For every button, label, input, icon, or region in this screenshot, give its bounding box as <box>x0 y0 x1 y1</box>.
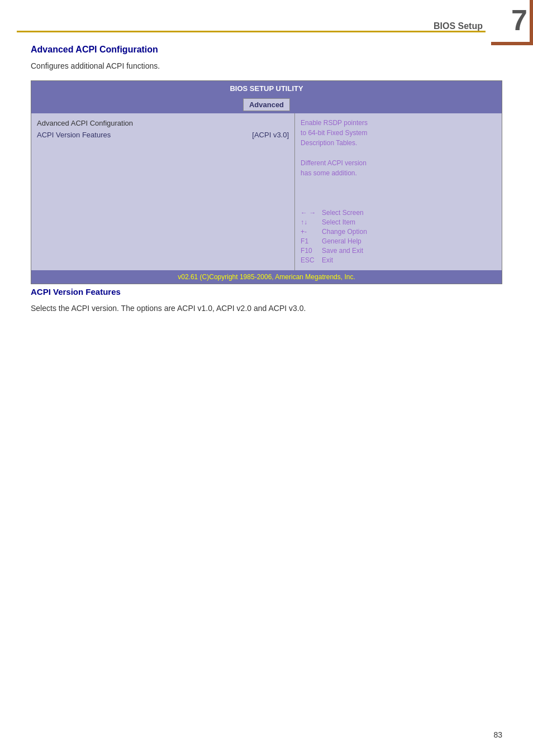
bios-content-row: Advanced ACPI Configuration ACPI Version… <box>31 113 502 270</box>
key-desc-change: Change Option <box>322 228 367 236</box>
bios-setup-label: BIOS Setup <box>434 21 483 31</box>
chapter-number: 7 <box>511 6 527 35</box>
bios-utility-table: BIOS SETUP UTILITY Advanced Advanced ACP… <box>31 80 502 284</box>
key-desc-help: General Help <box>322 237 361 245</box>
key-row-f10: F10 Save and Exit <box>301 247 496 255</box>
bios-table-title: BIOS SETUP UTILITY <box>31 81 502 97</box>
bios-item-1-label: Advanced ACPI Configuration <box>36 117 290 130</box>
bios-item-2-label: ACPI Version Features <box>37 131 111 139</box>
key-row-esc: ESC Exit <box>301 256 496 264</box>
bios-footer-text: v02.61 (C)Copyright 1985-2006, American … <box>31 270 502 284</box>
key-row-ud: ↑↓ Select Item <box>301 218 496 226</box>
key-desc-screen: Select Screen <box>322 209 364 217</box>
bios-table-header-row: BIOS SETUP UTILITY <box>31 81 502 97</box>
page-number: 83 <box>493 730 502 739</box>
bios-nav-row: Advanced <box>31 96 502 113</box>
key-desc-exit: Exit <box>322 256 333 264</box>
bios-nav-cell: Advanced <box>31 96 502 113</box>
help-line-5: Different ACPI version <box>301 159 367 167</box>
bios-footer-row: v02.61 (C)Copyright 1985-2006, American … <box>31 270 502 284</box>
bios-nav-tab-advanced[interactable]: Advanced <box>243 98 290 111</box>
key-symbol-esc: ESC <box>301 256 322 264</box>
bios-left-column: Advanced ACPI Configuration ACPI Version… <box>31 113 295 270</box>
help-line-1: Enable RSDP pointers <box>301 119 368 127</box>
bios-item-2-row: ACPI Version Features [ACPI v3.0] <box>36 130 290 140</box>
key-row-arrows: ← → Select Screen <box>301 209 496 217</box>
key-symbol-ud: ↑↓ <box>301 218 322 226</box>
corner-right-bar <box>530 0 533 42</box>
help-line-3: Description Tables. <box>301 139 357 147</box>
key-symbol-pm: +- <box>301 228 322 236</box>
main-content: Advanced ACPI Configuration Configures a… <box>31 45 502 314</box>
key-desc-save: Save and Exit <box>322 247 363 255</box>
help-line-6: has some addition. <box>301 169 357 177</box>
key-symbol-f1: F1 <box>301 237 322 245</box>
key-row-pm: +- Change Option <box>301 228 496 236</box>
key-symbol-f10: F10 <box>301 247 322 255</box>
section1-description: Configures additional ACPI functions. <box>31 61 502 70</box>
bios-help-text: Enable RSDP pointers to 64-bit Fixed Sys… <box>301 118 496 178</box>
bios-item-2-value: [ACPI v3.0] <box>252 131 289 139</box>
bios-right-column: Enable RSDP pointers to 64-bit Fixed Sys… <box>295 113 502 270</box>
section1-heading: Advanced ACPI Configuration <box>31 45 502 55</box>
bios-keys-section: ← → Select Screen ↑↓ Select Item +- Chan… <box>301 209 496 264</box>
section2-description: Selects the ACPI version. The options ar… <box>31 302 502 314</box>
section2-heading: ACPI Version Features <box>31 287 502 296</box>
corner-decoration: 7 <box>488 0 533 45</box>
help-line-2: to 64-bit Fixed System <box>301 129 367 137</box>
key-symbol-arrows: ← → <box>301 209 322 217</box>
key-desc-item: Select Item <box>322 218 355 226</box>
top-divider-line <box>17 31 486 32</box>
key-row-f1: F1 General Help <box>301 237 496 245</box>
